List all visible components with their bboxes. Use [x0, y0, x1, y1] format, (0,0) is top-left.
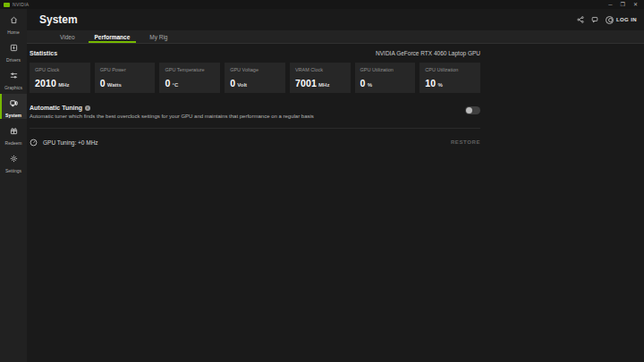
- stat-card-cpu-utilization: CPU Utilization 10 %: [419, 63, 480, 93]
- restore-button[interactable]: RESTORE: [451, 139, 480, 145]
- sidebar-item-label: Settings: [5, 168, 21, 173]
- sidebar-item-label: Graphics: [4, 85, 22, 90]
- sidebar-item-label: System: [5, 113, 21, 118]
- stat-unit: %: [437, 82, 442, 88]
- stat-value: 0: [165, 78, 170, 88]
- system-icon: [10, 95, 18, 111]
- statistics-section-title: Statistics: [30, 50, 57, 56]
- stat-unit: Volt: [237, 82, 247, 88]
- user-avatar-icon: [606, 16, 614, 24]
- settings-icon: [10, 150, 18, 166]
- login-label: LOG IN: [616, 17, 637, 22]
- sidebar-item-graphics[interactable]: Graphics: [0, 66, 27, 91]
- stat-card-gpu-clock: GPU Clock 2010 MHz: [30, 63, 90, 93]
- sidebar-item-label: Home: [7, 29, 19, 35]
- main-area: System LOG IN: [27, 9, 644, 362]
- sidebar-item-settings[interactable]: Settings: [0, 149, 27, 174]
- graphics-icon: [10, 67, 18, 83]
- tab-video[interactable]: Video: [50, 30, 85, 43]
- stat-unit: MHz: [58, 82, 69, 88]
- toggle-knob: [466, 107, 472, 114]
- login-button[interactable]: LOG IN: [606, 16, 637, 24]
- stat-card-vram-clock: VRAM Clock 7001 MHz: [290, 63, 351, 93]
- drivers-icon: [10, 39, 18, 55]
- stat-card-gpu-temperature: GPU Temperature 0 °C: [159, 63, 220, 93]
- stat-value: 2010: [35, 78, 56, 88]
- automatic-tuning-toggle[interactable]: [465, 106, 480, 114]
- stat-unit: %: [368, 82, 372, 88]
- automatic-tuning-description: Automatic tuner which finds the best ove…: [30, 114, 465, 119]
- stat-card-gpu-utilization: GPU Utilization 0 %: [355, 63, 416, 93]
- stat-value: 0: [100, 78, 106, 88]
- gpu-name: NVIDIA GeForce RTX 4060 Laptop GPU: [376, 50, 480, 56]
- stat-unit: Watts: [107, 82, 122, 88]
- sidebar-item-system[interactable]: System: [0, 94, 27, 119]
- feedback-icon[interactable]: [591, 16, 598, 23]
- titlebar: NVIDIA ─ ❐ ✕: [0, 0, 644, 9]
- stat-cards-row: GPU Clock 2010 MHz GPU Power 0 Watts GPU…: [30, 63, 480, 93]
- stat-value: 10: [425, 78, 436, 88]
- sidebar-item-drivers[interactable]: Drivers: [0, 38, 27, 63]
- stat-value: 7001: [295, 78, 317, 88]
- restore-button[interactable]: ❐: [621, 2, 625, 7]
- sidebar-item-redeem[interactable]: Redeem: [0, 122, 27, 147]
- app-title: NVIDIA: [13, 2, 29, 7]
- sidebar: Home Drivers Graphics: [0, 9, 27, 362]
- stat-unit: MHz: [318, 82, 329, 88]
- automatic-tuning-title: Automatic Tuning: [30, 105, 82, 111]
- sidebar-item-label: Drivers: [6, 57, 21, 63]
- close-button[interactable]: ✕: [633, 2, 638, 7]
- stat-card-gpu-voltage: GPU Voltage 0 Volt: [225, 63, 285, 93]
- sidebar-item-label: Redeem: [5, 140, 22, 146]
- share-icon[interactable]: [577, 16, 584, 23]
- stat-unit: °C: [172, 82, 178, 88]
- sidebar-item-home[interactable]: Home: [0, 11, 27, 36]
- home-icon: [10, 12, 18, 28]
- redeem-icon: [10, 122, 18, 139]
- tab-bar: Video Performance My Rig: [27, 30, 644, 44]
- page-title: System: [39, 13, 78, 26]
- stat-card-gpu-power: GPU Power 0 Watts: [95, 63, 156, 93]
- gauge-icon: [30, 134, 38, 150]
- gpu-tuning-row: GPU Tuning: +0 MHz RESTORE: [30, 135, 480, 149]
- nvidia-logo-icon: [4, 3, 10, 7]
- automatic-tuning-section: Automatic Tuning i Automatic tuner which…: [30, 105, 480, 119]
- stat-value: 0: [230, 78, 235, 88]
- tab-my-rig[interactable]: My Rig: [140, 30, 177, 43]
- info-icon[interactable]: i: [85, 105, 90, 111]
- minimize-button[interactable]: ─: [608, 2, 612, 7]
- nvidia-app-window: NVIDIA ─ ❐ ✕ Home Drivers: [0, 0, 644, 362]
- section-divider: [30, 128, 480, 129]
- gpu-tuning-label: GPU Tuning: +0 MHz: [43, 139, 98, 146]
- stat-value: 0: [360, 78, 366, 88]
- tab-performance[interactable]: Performance: [85, 30, 140, 43]
